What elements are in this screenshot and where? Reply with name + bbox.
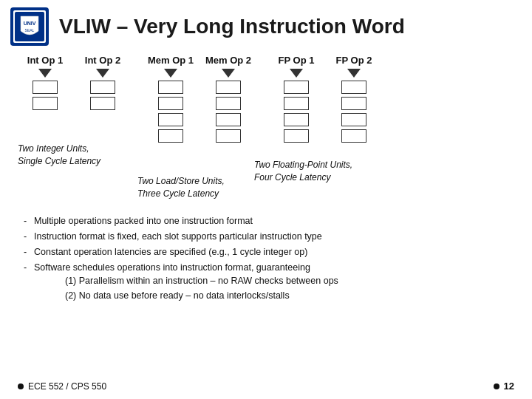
arrow-int-op-1 [38,69,52,78]
col-mem-op-2: Mem Op 2 [201,55,256,143]
svg-text:UNIV: UNIV [24,21,36,26]
arrow-fp-op-2 [347,69,361,78]
box [158,129,183,143]
bullet-2: Instruction format is fixed, each slot s… [24,230,508,243]
boxes-int-op-2 [90,81,115,110]
mem-label-area: Two Load/Store Units,Three Cycle Latency [137,143,250,201]
box [284,81,309,94]
box [341,129,366,143]
int-label-area: Two Integer Units,Single Cycle Latency [18,143,130,168]
bullet-1: Multiple operations packed into one inst… [24,214,508,228]
sub-list: (1) Parallelism within an instruction – … [55,274,508,302]
box [158,97,183,110]
col-header-int-op-2: Int Op 2 [75,55,130,66]
fp-label-area: Two Floating-Point Units,Four Cycle Late… [254,143,378,185]
boxes-int-op-1 [33,81,58,110]
bullet-list: Multiple operations packed into one inst… [24,214,508,303]
university-logo: UNIV SEAL [10,7,49,46]
bullet-4: Software schedules operations into instr… [24,261,508,302]
svg-text:SEAL: SEAL [25,28,35,33]
box [284,113,309,126]
boxes-mem-op-2 [216,81,241,143]
box [158,113,183,126]
boxes-fp-op-1 [284,81,309,143]
diagram-area: Int Op 1 Int Op 2 Mem Op 1 [18,55,514,143]
col-fp-op-1: FP Op 1 [269,55,324,143]
footer-page-number: 12 [504,381,514,392]
col-fp-op-2: FP Op 2 [327,55,381,143]
arrow-fp-op-1 [290,69,303,78]
box [284,129,309,143]
boxes-fp-op-2 [341,81,366,143]
box [341,97,366,110]
box [216,129,241,143]
col-header-int-op-1: Int Op 1 [18,55,72,66]
bullet-section: Multiple operations packed into one inst… [18,214,514,303]
footer: ECE 552 / CPS 550 12 [0,381,532,392]
int-label: Two Integer Units,Single Cycle Latency [18,143,130,168]
box [216,97,241,110]
col-int-op-1: Int Op 1 [18,55,72,110]
box [33,97,58,110]
arrow-int-op-2 [96,69,109,78]
boxes-mem-op-1 [158,81,183,143]
arrow-mem-op-1 [164,69,177,78]
box [158,81,183,94]
box [216,81,241,94]
col-header-fp-op-1: FP Op 1 [269,55,324,66]
col-header-mem-op-2: Mem Op 2 [201,55,256,66]
col-mem-op-1: Mem Op 1 [143,55,198,143]
box [90,81,115,94]
bullet-3: Constant operation latencies are specifi… [24,245,508,259]
box [341,113,366,126]
footer-dot-left [18,383,24,389]
col-header-fp-op-2: FP Op 2 [327,55,381,66]
box [33,81,58,94]
arrow-mem-op-2 [222,69,235,78]
footer-dot-right [494,383,499,389]
sub-bullet-2: (2) No data use before ready – no data i… [55,289,508,302]
footer-left: ECE 552 / CPS 550 [18,381,106,392]
main-content: Int Op 1 Int Op 2 Mem Op 1 [0,55,532,303]
label-area: Two Integer Units,Single Cycle Latency T… [18,143,514,201]
page-title: VLIW – Very Long Instruction Word [59,15,405,38]
col-int-op-2: Int Op 2 [75,55,130,110]
box [90,97,115,110]
mem-label: Two Load/Store Units,Three Cycle Latency [137,175,250,201]
box [284,97,309,110]
fp-label: Two Floating-Point Units,Four Cycle Late… [254,159,378,185]
header: UNIV SEAL VLIW – Very Long Instruction W… [0,0,532,50]
footer-course-label: ECE 552 / CPS 550 [28,381,106,392]
box [216,113,241,126]
sub-bullet-1: (1) Parallelism within an instruction – … [55,274,508,287]
box [341,81,366,94]
footer-right: 12 [494,381,514,392]
col-header-mem-op-1: Mem Op 1 [143,55,198,66]
